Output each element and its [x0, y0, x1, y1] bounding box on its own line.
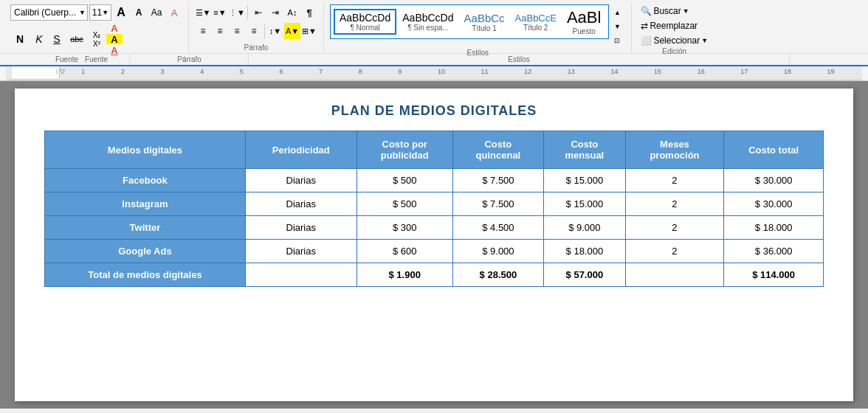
superscript-button[interactable]: X²: [89, 39, 105, 48]
style-title1[interactable]: AaBbCc Título 1: [460, 10, 509, 34]
decrease-indent-button[interactable]: ⇤: [250, 4, 266, 21]
replace-button[interactable]: ⇄ Reemplazar: [638, 19, 700, 32]
page: PLAN DE MEDIOS DIGITALES Medios digitale…: [15, 88, 853, 401]
table-cell-costo-men: $ 15.000: [544, 192, 626, 216]
paragraph-section-label: Párrafo: [195, 44, 317, 53]
col-header-periodicidad: Periodicidad: [245, 131, 356, 169]
col-header-costo-pub: Costo porpublicidad: [356, 131, 452, 169]
table-cell-costo-men: $ 15.000: [544, 169, 626, 192]
find-button[interactable]: 🔍 Buscar ▼: [638, 4, 692, 18]
align-center-button[interactable]: ≡: [212, 23, 228, 39]
bold-button[interactable]: N: [10, 31, 30, 47]
table-cell-label: Facebook: [45, 169, 246, 192]
table-cell-costo-pub: $ 500: [356, 192, 452, 216]
table-row: TwitterDiarias$ 300$ 4.500$ 9.0002$ 18.0…: [45, 216, 824, 240]
table-cell-meses: 2: [625, 240, 724, 263]
table-row: InstagramDiarias$ 500$ 7.500$ 15.0002$ 3…: [45, 192, 824, 216]
style-puesto[interactable]: AaBl Puesto: [562, 7, 605, 37]
font-color-button[interactable]: A: [106, 45, 123, 55]
table-cell-periodicidad: Diarias: [245, 169, 356, 192]
highlight-button[interactable]: A: [106, 34, 123, 44]
table-cell-costo-pub: $ 1.900: [356, 263, 452, 287]
table-cell-meses: 2: [625, 216, 724, 240]
font-size-label: 11: [92, 7, 102, 18]
paragraph-section: ☰▼ ≡▼ ⋮▼ ⇤ ⇥ A↕ ¶ ≡ ≡ ≡ ≡ ↕▼ A▼: [189, 3, 324, 53]
font-name-arrow[interactable]: ▼: [79, 9, 86, 16]
col-header-medios: Medios digitales: [45, 131, 246, 169]
ruler-tab-marker[interactable]: ▽: [60, 68, 65, 75]
styles-scroll-down[interactable]: ▼: [609, 20, 625, 34]
table-cell-costo-quin: $ 9.000: [452, 240, 543, 263]
justify-button[interactable]: ≡: [246, 23, 262, 39]
table-cell-periodicidad: Diarias: [245, 240, 356, 263]
clear-format-button[interactable]: A: [166, 4, 182, 21]
font-name-label: Calibri (Cuerp...: [13, 7, 78, 18]
document-area: PLAN DE MEDIOS DIGITALES Medios digitale…: [0, 81, 868, 409]
table-cell-total: $ 114.000: [724, 263, 824, 287]
find-arrow[interactable]: ▼: [683, 7, 689, 15]
styles-expand[interactable]: ⊡: [609, 33, 625, 47]
text-color-button[interactable]: A: [106, 23, 123, 33]
select-icon: ⬜: [641, 35, 652, 46]
select-button[interactable]: ⬜ Seleccionar ▼: [638, 34, 711, 47]
font-section-label: Fuente: [10, 55, 182, 65]
table-cell-label: Instagram: [45, 192, 246, 216]
font-size-dropdown[interactable]: 11 ▼: [89, 4, 111, 21]
align-right-button[interactable]: ≡: [229, 23, 245, 39]
ribbon: Calibri (Cuerp... ▼ 11 ▼ A A Aa A: [0, 0, 868, 66]
table-cell-periodicidad: Diarias: [245, 216, 356, 240]
font-section: Calibri (Cuerp... ▼ 11 ▼ A A Aa A: [4, 3, 189, 53]
table-cell-label: Total de medios digitales: [45, 263, 246, 287]
table-cell-total: $ 36.000: [724, 240, 824, 263]
replace-icon: ⇄: [641, 21, 648, 31]
bullets-button[interactable]: ☰▼: [195, 4, 211, 21]
underline-button[interactable]: S: [49, 31, 65, 47]
table-cell-label: Twitter: [45, 216, 246, 240]
styles-scroll-up[interactable]: ▲: [609, 6, 625, 20]
table-cell-costo-pub: $ 300: [356, 216, 452, 240]
table-cell-costo-men: $ 9.000: [544, 216, 626, 240]
ruler: | ▽ 1 2 3 4 5 6 7 8 9 10: [0, 66, 868, 81]
change-case-button[interactable]: Aa: [148, 4, 165, 21]
find-label: Buscar: [653, 6, 681, 16]
font-shrink-button[interactable]: A: [131, 4, 147, 21]
strikethrough-button[interactable]: abc: [66, 31, 87, 47]
table-row: Total de medios digitales$ 1.900$ 28.500…: [45, 263, 824, 287]
show-formatting-button[interactable]: ¶: [301, 4, 317, 21]
border-button[interactable]: ⊞▼: [301, 23, 317, 39]
col-header-costo-quin: Costoquincenal: [452, 131, 543, 169]
editing-section: 🔍 Buscar ▼ ⇄ Reemplazar ⬜ Seleccionar ▼ …: [632, 3, 717, 53]
align-left-button[interactable]: ≡: [195, 23, 211, 39]
italic-button[interactable]: K: [31, 31, 47, 47]
select-arrow[interactable]: ▼: [701, 37, 708, 44]
font-grow-button[interactable]: A: [113, 4, 129, 21]
style-no-spacing[interactable]: AaBbCcDd ¶ Sin espa...: [398, 10, 458, 33]
style-title2[interactable]: AaBbCcE Título 2: [511, 11, 561, 33]
numbering-button[interactable]: ≡▼: [212, 4, 228, 21]
font-size-arrow[interactable]: ▼: [102, 9, 108, 16]
sort-button[interactable]: A↕: [284, 4, 300, 21]
shading-button[interactable]: A▼: [284, 23, 300, 39]
col-header-total: Costo total: [724, 131, 824, 169]
table-cell-costo-quin: $ 7.500: [452, 192, 543, 216]
table-cell-meses: 2: [625, 169, 724, 192]
table-cell-total: $ 18.000: [724, 216, 824, 240]
search-icon: 🔍: [641, 6, 652, 16]
table-header-row: Medios digitales Periodicidad Costo porp…: [45, 131, 824, 169]
subscript-button[interactable]: X₂: [89, 30, 105, 39]
style-normal[interactable]: AaBbCcDd ¶ Normal: [334, 9, 396, 35]
editing-section-label: Edición: [638, 47, 711, 57]
font-name-dropdown[interactable]: Calibri (Cuerp... ▼: [10, 4, 88, 21]
styles-section: AaBbCcDd ¶ Normal AaBbCcDd ¶ Sin espa...…: [324, 3, 632, 53]
line-spacing-button[interactable]: ↕▼: [267, 23, 283, 39]
multilevel-button[interactable]: ⋮▼: [229, 4, 245, 21]
table-cell-periodicidad: Diarias: [245, 192, 356, 216]
table-cell-costo-men: $ 57.000: [544, 263, 626, 287]
table-row: FacebookDiarias$ 500$ 7.500$ 15.0002$ 30…: [45, 169, 824, 192]
media-table: Medios digitales Periodicidad Costo porp…: [44, 131, 824, 287]
select-label: Seleccionar: [653, 35, 700, 46]
styles-section-label: Estilos: [330, 49, 625, 58]
table-cell-costo-quin: $ 28.500: [452, 263, 543, 287]
increase-indent-button[interactable]: ⇥: [267, 4, 283, 21]
table-cell-costo-pub: $ 600: [356, 240, 452, 263]
